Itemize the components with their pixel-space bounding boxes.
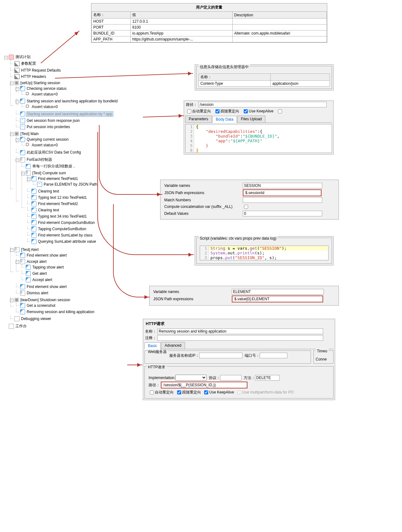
- annotation-arrow: [147, 297, 149, 297]
- method-input[interactable]: [255, 375, 280, 381]
- tab-basic[interactable]: Basic: [144, 342, 160, 349]
- match-input[interactable]: [243, 197, 322, 203]
- controller-icon: [20, 259, 25, 264]
- tab-advanced[interactable]: Advanced: [161, 342, 185, 349]
- sampler-icon: [31, 226, 36, 231]
- sampler-icon: [20, 284, 25, 289]
- sampler-icon: [20, 309, 25, 314]
- body-data-editor[interactable]: 1{ 2 "desiredCapabilities":{ 3 "bundleId…: [185, 124, 332, 153]
- concat-checkbox[interactable]: [244, 205, 248, 209]
- table-row[interactable]: Content-Typeapplication/json: [199, 81, 330, 87]
- extractor-icon: [20, 124, 25, 129]
- req-name-input[interactable]: [157, 328, 323, 334]
- controller-icon: [14, 247, 19, 252]
- sampler-icon: [26, 265, 31, 270]
- sampler-icon: [31, 214, 36, 219]
- user-vars-panel: 用户定义的变量 名称：值Description HOST127.0.0.1 PO…: [91, 3, 327, 43]
- sampler-icon: [20, 111, 25, 117]
- sampler-icon: [31, 189, 36, 194]
- sampler-icon: [31, 176, 36, 181]
- controller-icon: [20, 290, 25, 296]
- extractor-icon: [20, 118, 25, 123]
- tree-node-main[interactable]: [Test] Main: [20, 131, 39, 136]
- sampler-icon: [20, 253, 25, 258]
- sampler-icon: [20, 99, 25, 104]
- auto-redirect-checkbox[interactable]: [187, 109, 191, 113]
- panel-title: 用户定义的变量: [91, 3, 327, 11]
- sampler-icon: [26, 277, 31, 282]
- json-extractor-panel-2: Variable names JSON Path expressions: [149, 286, 339, 306]
- testplan-icon: [9, 55, 14, 60]
- session-panel: 路径： 自动重定向 跟随重定向 Use KeepAlive Parameters…: [184, 100, 334, 155]
- gear-icon: [14, 132, 19, 136]
- tab-files-upload[interactable]: Files Upload: [237, 116, 265, 122]
- sampler-icon: [31, 208, 36, 213]
- listener-icon: [14, 316, 19, 321]
- protocol-input[interactable]: [220, 375, 242, 381]
- tree-node-testplan[interactable]: 测试计划: [15, 54, 31, 60]
- follow-redirect-checkbox[interactable]: [215, 109, 220, 113]
- table-row[interactable]: BUNDLE_IDio.appium.TestAppAlternate: com…: [92, 30, 327, 36]
- req-comment-input[interactable]: [157, 335, 323, 341]
- sampler-icon: [20, 303, 25, 308]
- gear-icon: [14, 298, 19, 302]
- wrench-icon: [14, 61, 19, 66]
- controller-icon: [20, 157, 25, 162]
- wrench-icon: [14, 68, 19, 73]
- tree-node-teardown[interactable]: [tearDown] Shutdown session: [20, 297, 71, 302]
- tree-node-workbench[interactable]: 工作台: [15, 323, 27, 329]
- extractor-icon: [37, 182, 42, 187]
- assertion-icon: [26, 92, 30, 96]
- varnames-input[interactable]: [232, 289, 324, 295]
- vars-table: 名称：值Description HOST127.0.0.1 PORT8100 B…: [91, 11, 327, 42]
- assertion-icon: [26, 105, 30, 109]
- annotation-arrow: [113, 204, 150, 297]
- tree-node-setup[interactable]: [setUp] Starting session: [20, 80, 61, 85]
- sampler-icon: [26, 271, 31, 276]
- sampler-icon: [31, 195, 36, 200]
- script-editor[interactable]: 1String s = vars.get("SESSION"); 2System…: [200, 246, 329, 260]
- assertion-icon: [26, 143, 30, 147]
- sampler-icon: [20, 137, 25, 142]
- tree-node[interactable]: 参数配置: [20, 61, 37, 67]
- path-input[interactable]: [198, 102, 327, 107]
- tab-body-data[interactable]: Body Data: [212, 116, 237, 123]
- jsonpath-input[interactable]: [233, 296, 322, 301]
- wrench-icon: [14, 74, 19, 79]
- sampler-icon: [31, 220, 36, 225]
- workbench-icon: [9, 324, 14, 329]
- sampler-icon: [31, 239, 36, 244]
- sampler-icon: [26, 164, 31, 169]
- tree-node[interactable]: HTTP Request Defaults: [20, 68, 62, 73]
- tree-node[interactable]: HTTP Headers: [20, 74, 47, 79]
- sampler-icon: [31, 201, 36, 206]
- port-input[interactable]: [260, 353, 287, 358]
- annotation-arrow: [127, 365, 142, 365]
- expand-toggle[interactable]: -: [4, 56, 8, 59]
- tree-node-selected[interactable]: Starting session and launching applicati…: [26, 111, 113, 117]
- tab-parameters[interactable]: Parameters: [185, 116, 212, 122]
- annotation-arrow: [191, 254, 193, 255]
- default-input[interactable]: [243, 211, 322, 216]
- script-panel: Script (variables: ctx vars props prev d…: [195, 236, 334, 265]
- jsonpath-input[interactable]: [244, 190, 320, 195]
- controller-icon: [26, 171, 31, 176]
- headers-panel: 信息头存储在信息头管理器中 名称： Content-Typeapplicatio…: [195, 64, 334, 90]
- headers-table: 名称： Content-Typeapplication/json: [198, 73, 330, 87]
- sampler-icon: [20, 86, 25, 91]
- keepalive-checkbox[interactable]: [244, 109, 248, 113]
- server-input[interactable]: [199, 353, 242, 358]
- varnames-input[interactable]: [243, 183, 322, 188]
- impl-select[interactable]: [175, 375, 207, 381]
- tree-node-alert[interactable]: [Test] Alert: [20, 247, 39, 252]
- table-row[interactable]: HOST127.0.0.1: [92, 19, 327, 24]
- http-request-panel: HTTP请求 名称： 注释： Basic Advanced Web服务器 服务器…: [143, 319, 335, 400]
- req-path-input[interactable]: [162, 383, 246, 388]
- sampler-icon: [20, 150, 25, 155]
- sampler-icon: [31, 233, 36, 238]
- table-row[interactable]: APP_PATHhttps://github.com/appium/sample…: [92, 36, 327, 42]
- annotation-arrow: [143, 115, 184, 117]
- table-row[interactable]: PORT8100: [92, 24, 327, 30]
- gear-icon: [14, 81, 19, 85]
